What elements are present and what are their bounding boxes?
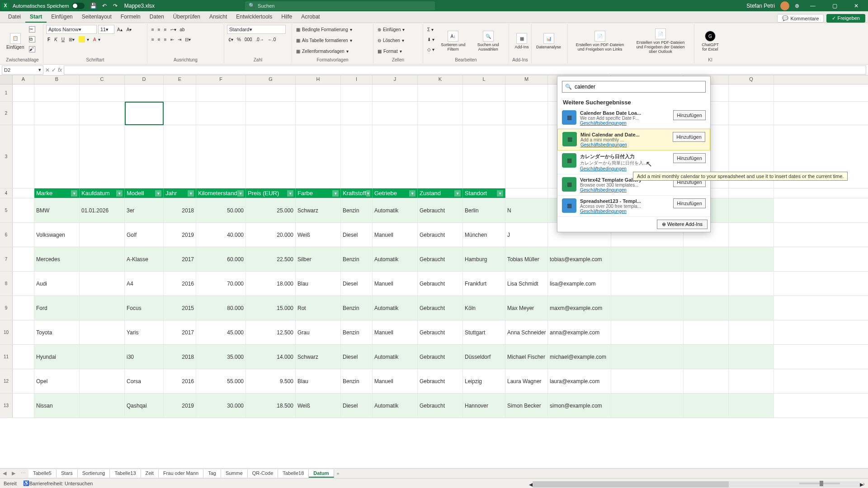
cell[interactable]: 2019 (164, 394, 196, 418)
decrease-font-button[interactable]: A▾ (125, 25, 133, 34)
cell[interactable] (505, 84, 548, 101)
sheet-tab[interactable]: Summe (221, 469, 248, 478)
cell[interactable]: 3er (125, 198, 164, 222)
cell[interactable]: Benzin (341, 296, 373, 320)
cell[interactable] (80, 394, 125, 418)
sheet-tab[interactable]: Stars (57, 469, 78, 478)
cell[interactable]: simon@example.com (548, 394, 611, 418)
addin-terms-link[interactable]: Geschäftsbedingungen (580, 188, 670, 192)
filter-icon[interactable]: ▾ (366, 190, 370, 197)
addin-terms-link[interactable]: Geschäftsbedingungen (580, 142, 669, 147)
cell[interactable]: 22.500 (246, 247, 296, 271)
increase-font-button[interactable]: A▴ (116, 25, 124, 34)
cell[interactable] (13, 247, 34, 271)
cell[interactable] (80, 84, 125, 101)
filter-icon[interactable]: ▾ (71, 190, 77, 197)
cell[interactable]: anna@example.com (548, 320, 611, 344)
inc-decimal-button[interactable]: .0→ (255, 35, 265, 44)
filter-icon[interactable]: ▾ (332, 190, 339, 197)
cell[interactable]: 9.500 (246, 369, 296, 393)
filter-icon[interactable]: ▾ (155, 190, 161, 197)
cell[interactable]: 50.000 (196, 198, 246, 222)
cell[interactable] (684, 394, 729, 418)
table-header[interactable]: Zustand▾ (418, 188, 463, 198)
column-header[interactable]: E (164, 75, 196, 84)
cell[interactable]: 45.000 (196, 320, 246, 344)
cell[interactable]: Mercedes (34, 247, 80, 271)
align-bottom-button[interactable]: ≡ (163, 25, 168, 34)
cell[interactable] (729, 320, 774, 344)
cell[interactable]: Laura Wagner (505, 369, 548, 393)
cell[interactable] (729, 84, 774, 101)
cell[interactable] (246, 125, 296, 188)
sheet-tab[interactable]: Frau oder Mann (159, 469, 203, 478)
sort-filter-button[interactable]: A↓Sortieren und Filtern (438, 25, 469, 57)
table-header[interactable]: Jahr▾ (164, 188, 196, 198)
cell[interactable]: 2019 (164, 223, 196, 247)
cell[interactable]: Silber (296, 247, 341, 271)
cell[interactable]: A-Klasse (125, 247, 164, 271)
row-header[interactable]: 1 (0, 84, 13, 101)
cell[interactable]: 20.000 (246, 223, 296, 247)
cell[interactable] (611, 272, 684, 296)
cell[interactable] (13, 84, 34, 101)
cell[interactable] (505, 125, 548, 188)
cell[interactable]: Benzin (341, 198, 373, 222)
column-header[interactable]: F (196, 75, 246, 84)
cell[interactable]: Benzin (341, 369, 373, 393)
cell[interactable] (729, 272, 774, 296)
undo-icon[interactable]: ↶ (101, 2, 108, 9)
ribbon-tab-formeln[interactable]: Formeln (116, 12, 145, 23)
fill-color-button[interactable]: ▾ (77, 35, 90, 44)
cell[interactable]: Düsseldorf (463, 345, 505, 369)
cell[interactable]: Automatik (373, 394, 418, 418)
sheet-tab[interactable]: Tabelle13 (110, 469, 141, 478)
cell[interactable] (684, 247, 729, 271)
cell[interactable] (611, 394, 684, 418)
present-icon[interactable]: ⊕ (795, 3, 799, 9)
ribbon-tab-hilfe[interactable]: Hilfe (277, 12, 297, 23)
column-header[interactable]: C (80, 75, 125, 84)
cell[interactable] (13, 198, 34, 222)
cell[interactable]: Tobias Müller (505, 247, 548, 271)
sheet-tab[interactable]: Zeit (141, 469, 159, 478)
cell[interactable] (164, 102, 196, 125)
italic-button[interactable]: K (53, 35, 59, 44)
row-header[interactable]: 2 (0, 102, 13, 125)
align-top-button[interactable]: ≡ (150, 25, 156, 34)
column-header[interactable]: K (418, 75, 463, 84)
minimize-button[interactable]: — (805, 0, 821, 11)
cell[interactable] (164, 84, 196, 101)
cell[interactable] (13, 320, 34, 344)
cell[interactable]: Hamburg (463, 247, 505, 271)
toggle-icon[interactable] (72, 3, 85, 9)
create-pdf-outlook-button[interactable]: 📄Erstellen von PDF-Dateien und Freigeben… (631, 25, 690, 57)
cell[interactable]: Manuell (373, 320, 418, 344)
cell[interactable] (13, 102, 34, 125)
cell[interactable]: i30 (125, 345, 164, 369)
cell[interactable]: 70.000 (196, 272, 246, 296)
cell[interactable] (729, 223, 774, 247)
horizontal-scrollbar[interactable]: ◀▶ (529, 481, 863, 488)
filter-icon[interactable]: ▾ (116, 190, 123, 197)
align-middle-button[interactable]: ≡ (156, 25, 162, 34)
cell[interactable]: Qashqai (125, 394, 164, 418)
cell[interactable]: Nissan (34, 394, 80, 418)
select-all-corner[interactable] (0, 75, 13, 84)
cell[interactable] (164, 125, 196, 188)
clear-button[interactable]: ◇ ▾ (426, 45, 436, 54)
sheet-tab[interactable]: Tabelle5 (28, 469, 57, 478)
orientation-button[interactable]: ⤺▾ (169, 25, 178, 34)
cell[interactable]: 2015 (164, 296, 196, 320)
cell[interactable]: 2016 (164, 369, 196, 393)
cell[interactable]: Gebraucht (418, 198, 463, 222)
cell[interactable]: Automatik (373, 345, 418, 369)
cell[interactable] (80, 272, 125, 296)
sheet-tab[interactable]: Tag (203, 469, 221, 478)
cell[interactable] (34, 125, 80, 188)
cell[interactable]: 2017 (164, 247, 196, 271)
cell[interactable]: 80.000 (196, 296, 246, 320)
cell[interactable] (505, 102, 548, 125)
cell[interactable] (80, 247, 125, 271)
sheet-nav-menu[interactable]: ⋯ (18, 470, 28, 476)
